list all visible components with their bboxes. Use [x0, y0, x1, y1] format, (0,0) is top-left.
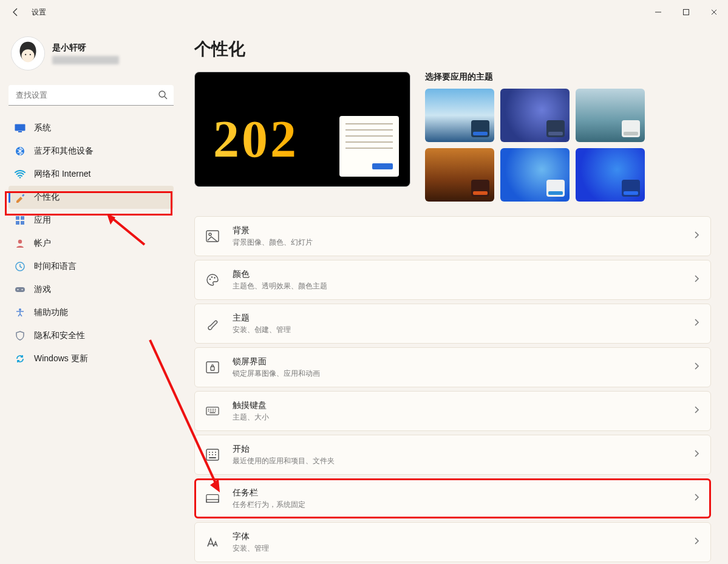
svg-rect-6 — [15, 124, 26, 131]
setting-themes[interactable]: 主题安装、创建、管理 — [194, 304, 711, 344]
desktop-preview: 202 — [194, 72, 410, 187]
image-icon — [206, 229, 219, 243]
setting-desc: 背景图像、颜色、幻灯片 — [233, 237, 313, 248]
svg-rect-35 — [209, 457, 216, 458]
font-icon — [206, 535, 219, 549]
sidebar-item-label: 隐私和安全性 — [34, 330, 85, 341]
theme-option-6[interactable] — [576, 148, 645, 202]
svg-point-33 — [212, 454, 213, 455]
gaming-icon — [15, 284, 26, 295]
user-email-blurred — [52, 56, 119, 64]
sidebar-item-privacy[interactable]: 隐私和安全性 — [9, 324, 174, 347]
back-button[interactable] — [6, 2, 26, 22]
svg-rect-10 — [16, 216, 19, 220]
search-input[interactable] — [9, 85, 174, 106]
theme-option-4[interactable] — [425, 148, 494, 202]
chevron-right-icon — [693, 406, 699, 416]
sidebar-item-label: 游戏 — [34, 284, 51, 295]
svg-point-23 — [211, 276, 213, 277]
search-icon — [158, 90, 168, 102]
svg-point-2 — [21, 49, 34, 62]
svg-rect-25 — [206, 362, 219, 373]
theme-option-3[interactable] — [576, 89, 645, 142]
svg-rect-13 — [21, 221, 24, 225]
taskbar-icon — [206, 492, 219, 505]
sidebar-item-label: 蓝牙和其他设备 — [34, 146, 94, 157]
chevron-right-icon — [693, 449, 699, 460]
svg-rect-11 — [21, 216, 24, 220]
sidebar-item-label: 帐户 — [34, 238, 51, 249]
theme-option-1[interactable] — [425, 89, 494, 142]
setting-colors[interactable]: 颜色主题色、透明效果、颜色主题 — [194, 260, 711, 300]
lock-screen-icon — [206, 361, 219, 374]
sidebar-item-system[interactable]: 系统 — [9, 117, 174, 140]
window-title: 设置 — [32, 7, 46, 18]
accessibility-icon — [15, 307, 26, 318]
setting-start[interactable]: 开始最近使用的应用和项目、文件夹 — [194, 435, 711, 475]
setting-desc: 安装、创建、管理 — [233, 325, 291, 335]
sidebar-item-label: Windows 更新 — [34, 353, 88, 364]
avatar[interactable] — [11, 36, 45, 70]
svg-point-30 — [212, 452, 213, 453]
setting-title: 锁屏界面 — [233, 356, 320, 367]
sidebar-item-personalization[interactable]: 个性化 — [9, 186, 174, 209]
setting-desc: 锁定屏幕图像、应用和动画 — [233, 369, 320, 379]
sidebar-item-label: 应用 — [34, 215, 51, 226]
setting-desc: 任务栏行为，系统固定 — [233, 500, 305, 510]
setting-desc: 主题、大小 — [233, 412, 269, 423]
sidebar-item-accessibility[interactable]: 辅助功能 — [9, 301, 174, 324]
svg-point-24 — [214, 277, 215, 278]
minimize-button[interactable] — [644, 0, 672, 24]
chevron-right-icon — [693, 231, 699, 242]
maximize-button[interactable] — [672, 0, 700, 24]
sidebar-item-label: 个性化 — [34, 192, 60, 203]
close-button[interactable] — [700, 0, 728, 24]
setting-lockscreen[interactable]: 锁屏界面锁定屏幕图像、应用和动画 — [194, 347, 711, 387]
preview-window-mock — [339, 116, 399, 177]
start-icon — [206, 448, 219, 461]
update-icon — [15, 353, 26, 364]
svg-point-9 — [19, 177, 21, 178]
svg-point-5 — [159, 91, 165, 97]
svg-point-14 — [18, 240, 22, 243]
sidebar-item-apps[interactable]: 应用 — [9, 209, 174, 232]
setting-desc: 主题色、透明效果、颜色主题 — [233, 281, 327, 291]
theme-picker-title: 选择要应用的主题 — [425, 72, 711, 83]
sidebar-item-label: 系统 — [34, 123, 51, 134]
sidebar-item-network[interactable]: 网络和 Internet — [9, 163, 174, 186]
svg-point-21 — [209, 233, 211, 236]
setting-background[interactable]: 背景背景图像、颜色、幻灯片 — [194, 216, 711, 256]
svg-point-17 — [18, 289, 19, 290]
sidebar-item-time[interactable]: 时间和语言 — [9, 255, 174, 278]
chevron-right-icon — [693, 318, 699, 329]
sidebar-item-gaming[interactable]: 游戏 — [9, 278, 174, 301]
sidebar-item-account[interactable]: 帐户 — [9, 232, 174, 255]
theme-option-5[interactable] — [500, 148, 570, 202]
svg-rect-36 — [206, 495, 219, 503]
account-icon — [15, 238, 26, 249]
wifi-icon — [15, 169, 26, 180]
svg-rect-12 — [16, 221, 19, 225]
setting-title: 主题 — [233, 313, 291, 324]
svg-point-22 — [209, 279, 211, 280]
sidebar-item-update[interactable]: Windows 更新 — [9, 347, 174, 370]
setting-title: 背景 — [233, 225, 313, 236]
sidebar-item-label: 网络和 Internet — [34, 169, 90, 180]
setting-taskbar[interactable]: 任务栏任务栏行为，系统固定 — [194, 478, 711, 518]
shield-icon — [15, 330, 26, 341]
setting-title: 触摸键盘 — [233, 400, 269, 411]
palette-icon — [206, 273, 219, 287]
sidebar-item-bluetooth[interactable]: 蓝牙和其他设备 — [9, 140, 174, 163]
svg-rect-16 — [15, 287, 25, 292]
setting-touch-keyboard[interactable]: 触摸键盘主题、大小 — [194, 391, 711, 431]
chevron-right-icon — [693, 362, 699, 373]
svg-point-29 — [209, 452, 210, 453]
system-icon — [15, 123, 26, 134]
chevron-right-icon — [693, 493, 699, 504]
sidebar-item-label: 时间和语言 — [34, 261, 77, 272]
theme-option-2[interactable] — [500, 89, 570, 142]
setting-fonts[interactable]: 字体安装、管理 — [194, 522, 711, 562]
setting-title: 字体 — [233, 531, 269, 542]
bluetooth-icon — [15, 146, 26, 157]
svg-rect-37 — [206, 500, 219, 503]
